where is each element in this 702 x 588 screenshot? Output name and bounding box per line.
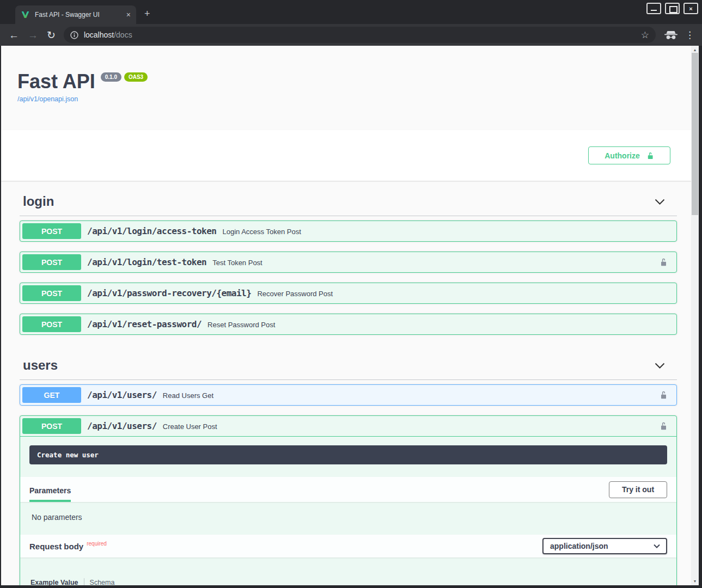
request-body-header: Request body required application/json (20, 535, 676, 558)
lock-icon[interactable] (660, 390, 668, 400)
lock-icon[interactable] (660, 257, 668, 267)
operation-description: Create new user (29, 445, 667, 464)
page-title: Fast API (17, 71, 95, 93)
version-badge: 0.1.0 (101, 72, 121, 82)
operation-path: /api/v1/users/ (87, 421, 157, 431)
operation-path: /api/v1/password-recovery/{email} (87, 288, 251, 298)
api-info: Fast API 0.1.0 OAS3 /api/v1/openapi.json (1, 46, 691, 103)
browser-menu-icon[interactable]: ⋮ (685, 30, 694, 40)
reload-icon[interactable]: ↻ (47, 30, 56, 40)
operation-path: /api/v1/reset-password/ (87, 319, 202, 329)
operation-path: /api/v1/login/access-token (87, 226, 216, 236)
example-schema-tabs: Example Value Schema (20, 558, 676, 585)
operation-path: /api/v1/users/ (87, 390, 157, 400)
browser-tab[interactable]: Fast API - Swagger UI × (15, 5, 136, 24)
tab-schema[interactable]: Schema (90, 579, 115, 586)
lock-icon[interactable] (660, 421, 668, 431)
method-badge: POST (22, 418, 81, 434)
scrollbar-thumb[interactable] (692, 53, 698, 215)
chevron-down-icon (655, 199, 665, 205)
browser-titlebar: Fast API - Swagger UI × + × (0, 0, 702, 24)
operation-row-login-test-token[interactable]: POST /api/v1/login/test-token Test Token… (20, 252, 677, 273)
operation-summary: Login Access Token Post (222, 227, 301, 236)
media-type-value: application/json (550, 542, 608, 550)
fastapi-favicon-icon (21, 10, 30, 19)
authorize-label: Authorize (605, 151, 640, 160)
method-badge: POST (22, 285, 81, 301)
url-bar[interactable]: localhost/docs ☆ (64, 27, 656, 43)
maximize-button[interactable] (665, 3, 680, 14)
minimize-button[interactable] (646, 3, 661, 14)
operation-row-login-access-token[interactable]: POST /api/v1/login/access-token Login Ac… (20, 220, 677, 242)
section-title: users (23, 358, 58, 373)
section-title: login (23, 194, 54, 209)
bookmark-star-icon[interactable]: ☆ (641, 30, 649, 40)
authorize-button[interactable]: Authorize (588, 146, 670, 164)
operation-summary: Test Token Post (212, 258, 263, 267)
url-path: /docs (114, 30, 132, 39)
method-badge: POST (22, 316, 81, 332)
scheme-container: Authorize (1, 130, 691, 181)
operation-row-password-recovery[interactable]: POST /api/v1/password-recovery/{email} R… (20, 283, 677, 304)
tab-example-value[interactable]: Example Value (30, 579, 78, 586)
page-scrollbar[interactable]: ▲ ▼ (691, 46, 699, 585)
media-type-select[interactable]: application/json (542, 538, 667, 554)
select-chevron-icon (654, 544, 660, 548)
browser-toolbar: ← → ↻ localhost/docs ☆ ⋮ (0, 24, 702, 46)
tab-title: Fast API - Swagger UI (35, 11, 123, 19)
operation-summary: Recover Password Post (257, 289, 333, 298)
back-icon[interactable]: ← (9, 30, 19, 40)
openapi-spec-link[interactable]: /api/v1/openapi.json (17, 95, 78, 103)
request-body-label: Request body (29, 542, 83, 551)
operation-path: /api/v1/login/test-token (87, 257, 206, 267)
close-button[interactable]: × (683, 3, 698, 14)
incognito-icon (664, 30, 678, 40)
window-controls: × (646, 3, 698, 14)
operation-block-create-user: POST /api/v1/users/ Create User Post Cre… (20, 415, 677, 585)
unlock-icon (646, 151, 654, 161)
section-header-login[interactable]: login (20, 181, 677, 216)
operation-summary: Create User Post (163, 422, 217, 431)
operation-summary-row[interactable]: POST /api/v1/users/ Create User Post (20, 416, 676, 437)
tab-close-icon[interactable]: × (126, 10, 131, 19)
tab-parameters[interactable]: Parameters (29, 486, 71, 502)
method-badge: GET (22, 387, 81, 403)
method-badge: POST (22, 254, 81, 270)
try-it-out-button[interactable]: Try it out (609, 481, 667, 498)
page-info-icon[interactable] (70, 31, 78, 39)
forward-icon[interactable]: → (28, 30, 38, 40)
operation-row-reset-password[interactable]: POST /api/v1/reset-password/ Reset Passw… (20, 314, 677, 335)
oas3-badge: OAS3 (124, 72, 148, 82)
new-tab-button[interactable]: + (144, 8, 150, 20)
no-parameters-text: No parameters (20, 502, 676, 535)
parameters-header: Parameters Try it out (20, 477, 676, 502)
operation-summary: Reset Password Post (207, 320, 275, 329)
method-badge: POST (22, 223, 81, 239)
scroll-down-icon[interactable]: ▼ (693, 577, 697, 585)
operation-summary: Read Users Get (163, 391, 213, 400)
swagger-page: Fast API 0.1.0 OAS3 /api/v1/openapi.json… (1, 46, 699, 585)
chevron-down-icon (655, 363, 665, 369)
url-host: localhost (84, 30, 114, 39)
required-label: required (87, 541, 107, 547)
section-header-users[interactable]: users (20, 345, 677, 380)
operation-row-read-users[interactable]: GET /api/v1/users/ Read Users Get (20, 384, 677, 406)
tab-divider (84, 578, 84, 585)
